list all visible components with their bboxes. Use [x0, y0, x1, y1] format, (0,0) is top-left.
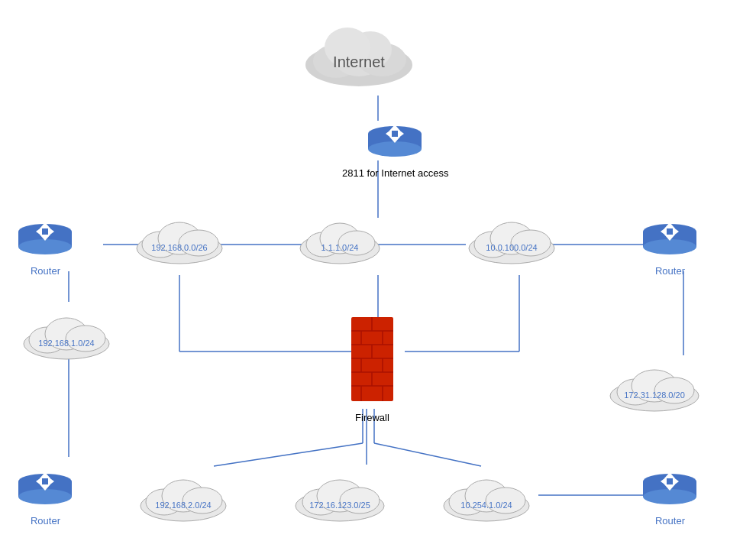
svg-text:10.0.100.0/24: 10.0.100.0/24 — [486, 243, 537, 252]
router-right: Router — [641, 216, 699, 277]
router-right-label: Router — [655, 265, 685, 277]
internet-cloud: Internet — [298, 15, 420, 92]
router-top: 2811 for Internet access — [342, 118, 448, 179]
firewall-label: Firewall — [355, 412, 389, 423]
svg-point-90 — [18, 489, 72, 504]
cloud-192-0: 192.168.0.0/26 — [130, 206, 229, 267]
router-left: Router — [17, 216, 74, 277]
router-left-label: Router — [31, 265, 60, 277]
svg-text:Internet: Internet — [333, 53, 385, 70]
svg-text:192.168.0.0/26: 192.168.0.0/26 — [151, 243, 207, 252]
svg-point-112 — [643, 489, 696, 504]
svg-text:172.31.128.0/20: 172.31.128.0/20 — [624, 390, 685, 400]
firewall: Firewall — [347, 317, 397, 423]
svg-point-51 — [18, 239, 72, 254]
svg-text:172.16.123.0/25: 172.16.123.0/25 — [309, 501, 370, 510]
cloud-1-1: 1.1.1.0/24 — [294, 206, 386, 267]
router-bot-left: Router — [17, 466, 74, 526]
svg-text:192.168.2.0/24: 192.168.2.0/24 — [155, 501, 211, 510]
router-bot-left-label: Router — [31, 515, 60, 526]
network-diagram: Internet 2811 for Internet access 1.1.1.… — [0, 0, 756, 554]
cloud-10-100: 10.0.100.0/24 — [462, 206, 561, 267]
svg-text:1.1.1.0/24: 1.1.1.0/24 — [321, 243, 359, 252]
svg-point-29 — [368, 141, 422, 157]
svg-point-58 — [643, 239, 696, 254]
router-bot-right-label: Router — [655, 515, 685, 526]
router-top-label: 2811 for Internet access — [342, 167, 448, 179]
cloud-192-1: 192.168.1.0/24 — [17, 302, 116, 363]
svg-line-17 — [374, 443, 481, 466]
svg-text:192.168.1.0/24: 192.168.1.0/24 — [38, 339, 94, 348]
svg-line-14 — [214, 443, 363, 466]
cloud-172-16: 172.16.123.0/25 — [289, 464, 392, 525]
svg-text:10.254.1.0/24: 10.254.1.0/24 — [460, 501, 512, 510]
cloud-172-31: 172.31.128.0/20 — [603, 354, 706, 415]
router-bot-right: Router — [641, 466, 699, 526]
cloud-10-254: 10.254.1.0/24 — [437, 464, 536, 525]
cloud-192-2: 192.168.2.0/24 — [134, 464, 233, 525]
